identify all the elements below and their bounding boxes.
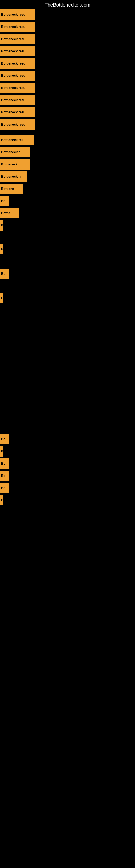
bottleneck-bar-0[interactable]: Bottleneck resu xyxy=(0,9,35,20)
bottleneck-bar-9[interactable]: Bottleneck resu xyxy=(0,119,35,130)
bottleneck-bar-7[interactable]: Bottleneck resu xyxy=(0,95,35,105)
bottleneck-bar-20[interactable]: I xyxy=(0,293,3,303)
bottleneck-bar-3[interactable]: Bottleneck resu xyxy=(0,46,35,56)
bottleneck-bar-25[interactable]: Bo xyxy=(0,483,9,493)
bottleneck-bar-18[interactable]: B xyxy=(0,244,3,254)
bottleneck-bar-11[interactable]: Bottleneck r xyxy=(0,147,30,157)
site-title: TheBottlenecker.com xyxy=(0,0,135,10)
bottleneck-bar-12[interactable]: Bottleneck r xyxy=(0,159,30,169)
bottleneck-bar-10[interactable]: Bottleneck res xyxy=(0,135,34,145)
bottleneck-bar-22[interactable]: B xyxy=(0,446,3,457)
bottleneck-bar-21[interactable]: Bo xyxy=(0,434,9,444)
bottleneck-bar-26[interactable]: B xyxy=(0,495,3,505)
bottleneck-bar-19[interactable]: Bo xyxy=(0,269,9,279)
bottleneck-bar-15[interactable]: Bo xyxy=(0,196,9,206)
bottleneck-bar-1[interactable]: Bottleneck resu xyxy=(0,22,35,32)
bottleneck-bar-16[interactable]: Bottle xyxy=(0,208,19,218)
bottleneck-bar-5[interactable]: Bottleneck resu xyxy=(0,70,35,81)
bottleneck-bar-13[interactable]: Bottleneck n xyxy=(0,172,27,182)
bottleneck-bar-23[interactable]: Bo xyxy=(0,458,9,469)
bottleneck-bar-2[interactable]: Bottleneck resu xyxy=(0,34,35,44)
bottleneck-bar-14[interactable]: Bottlene xyxy=(0,184,23,194)
bottleneck-bar-8[interactable]: Bottleneck resu xyxy=(0,107,35,118)
bottleneck-bar-17[interactable]: B xyxy=(0,220,3,230)
bottleneck-bar-4[interactable]: Bottleneck resu xyxy=(0,58,35,69)
bottleneck-bar-24[interactable]: Bo xyxy=(0,471,9,481)
bottleneck-bar-6[interactable]: Bottleneck resu xyxy=(0,83,35,93)
